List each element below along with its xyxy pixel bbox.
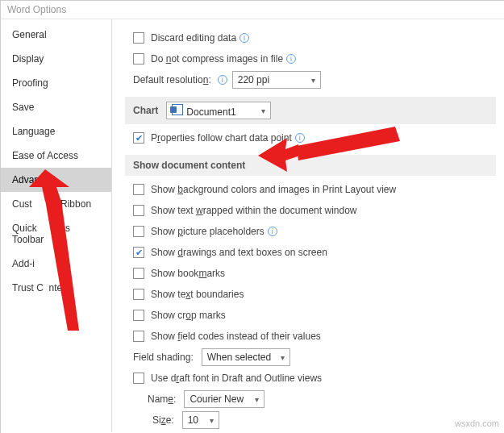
window-title: Word Options	[1, 1, 504, 19]
chevron-down-icon: ▾	[210, 416, 214, 425]
options-sidebar: General Display Proofing Save Language E…	[1, 19, 112, 432]
sidebar-item-quick-access-toolbar[interactable]: Quick Access Toolbar	[1, 216, 111, 252]
checkbox-show-bookmarks[interactable]	[133, 268, 144, 279]
word-options-dialog: Word Options General Display Proofing Sa…	[0, 0, 504, 433]
chevron-down-icon: ▾	[311, 76, 315, 85]
select-field-shading[interactable]: When selected ▾	[202, 348, 290, 366]
select-font-name[interactable]: Courier New ▾	[184, 390, 264, 408]
label-show-text-boundaries: Show text boundaries	[151, 289, 244, 300]
checkbox-show-field-codes[interactable]	[133, 331, 144, 342]
sidebar-item-save[interactable]: Save	[1, 95, 111, 119]
select-chart-document[interactable]: Document1 ▾	[166, 102, 271, 119]
sidebar-item-display[interactable]: Display	[1, 47, 111, 71]
label-show-picture-placeholders: Show picture placeholders	[151, 226, 264, 237]
label-discard-editing-data: Discard editing data	[151, 32, 236, 44]
watermark: wsxdn.com	[455, 418, 499, 428]
label-field-shading: Field shading:	[133, 352, 194, 363]
checkbox-show-drawings[interactable]	[133, 247, 144, 258]
document-icon	[172, 104, 183, 115]
sidebar-item-customize-ribbon[interactable]: Customize Ribbon	[1, 192, 111, 216]
sidebar-item-proofing[interactable]: Proofing	[1, 71, 111, 95]
checkbox-show-text-boundaries[interactable]	[133, 289, 144, 300]
checkbox-show-picture-placeholders[interactable]	[133, 226, 144, 237]
sidebar-item-add-ins[interactable]: Add-i	[1, 252, 111, 276]
checkbox-show-text-wrapped[interactable]	[133, 205, 144, 216]
label-default-resolution: Default resolution:	[133, 74, 211, 85]
sidebar-item-trust-center[interactable]: Trust Center	[1, 276, 111, 300]
label-use-draft-font: Use draft font in Draft and Outline view…	[151, 373, 322, 384]
checkbox-discard-editing-data[interactable]	[133, 32, 144, 44]
checkbox-use-draft-font[interactable]	[133, 373, 144, 384]
info-icon[interactable]	[295, 133, 305, 143]
label-show-field-codes: Show field codes instead of their values	[151, 331, 321, 342]
label-do-not-compress: Do not compress images in file	[151, 53, 283, 65]
sidebar-item-advanced[interactable]: Advanced	[1, 168, 111, 192]
checkbox-show-background[interactable]	[133, 184, 144, 195]
checkbox-do-not-compress[interactable]	[133, 53, 144, 65]
sidebar-item-general[interactable]: General	[1, 23, 111, 47]
label-show-drawings: Show drawings and text boxes on screen	[151, 247, 327, 258]
info-icon[interactable]	[218, 75, 227, 85]
label-font-size: Size:	[152, 414, 174, 426]
chevron-down-icon: ▾	[281, 353, 285, 362]
checkbox-properties-follow-chart[interactable]	[133, 132, 144, 144]
label-show-background: Show background colors and images in Pri…	[151, 184, 396, 195]
info-icon[interactable]	[286, 54, 296, 64]
select-default-resolution[interactable]: 220 ppi ▾	[232, 71, 321, 89]
label-show-bookmarks: Show bookmarks	[151, 268, 225, 279]
chevron-down-icon: ▾	[255, 395, 259, 404]
info-icon[interactable]	[268, 227, 277, 236]
select-font-size[interactable]: 10 ▾	[182, 411, 219, 429]
sidebar-item-ease-of-access[interactable]: Ease of Access	[1, 144, 111, 168]
options-content: Discard editing data Do not compress ima…	[112, 19, 504, 432]
label-show-text-wrapped: Show text wrapped within the document wi…	[151, 205, 356, 216]
info-icon[interactable]	[240, 33, 249, 43]
label-show-crop-marks: Show crop marks	[151, 310, 226, 321]
section-show-document-content: Show document content	[125, 155, 496, 176]
label-properties-follow-chart: Properties follow chart data point	[151, 132, 292, 144]
section-chart: Chart Document1 ▾	[125, 97, 496, 124]
sidebar-item-language[interactable]: Language	[1, 119, 111, 144]
checkbox-show-crop-marks[interactable]	[133, 310, 144, 321]
chevron-down-icon: ▾	[261, 106, 265, 115]
label-font-name: Name:	[148, 393, 176, 405]
